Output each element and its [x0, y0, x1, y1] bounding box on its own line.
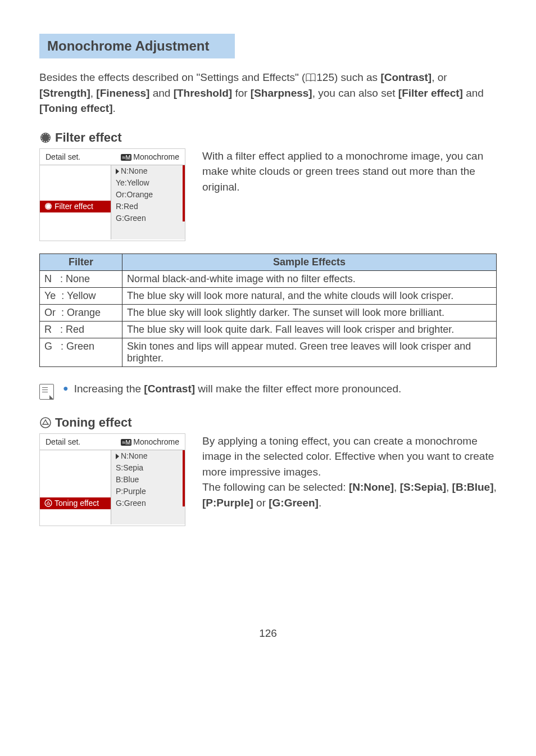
effect-cell: The blue sky will look quite dark. Fall … — [122, 321, 497, 338]
lcd-option: N:None — [111, 450, 185, 462]
text: and — [149, 87, 173, 99]
text: , or — [431, 71, 447, 83]
lcd-scrollbar — [183, 450, 185, 506]
bullet-icon: ● — [63, 383, 69, 393]
lcd-option: G:Green — [111, 212, 185, 224]
tip-note: ●Increasing the [Contrast] will make the… — [39, 383, 497, 400]
svg-point-5 — [45, 500, 52, 506]
filter-cell: Ye : Yellow — [40, 287, 122, 304]
text: , — [90, 87, 97, 99]
lcd-option: Ye:Yellow — [111, 177, 185, 189]
lcd-detail-set-label: Detail set. — [46, 437, 80, 446]
toning-effect-description: By applying a toning effect, you can cre… — [202, 433, 497, 511]
effect-cell: The blue sky will look slightly darker. … — [122, 304, 497, 321]
text: . — [113, 102, 116, 114]
lcd-detail-set-label: Detail set. — [46, 152, 80, 161]
table-row: Or : OrangeThe blue sky will look slight… — [40, 304, 497, 321]
selection-marker-icon — [116, 454, 119, 459]
book-icon — [305, 73, 316, 82]
intro-paragraph: Besides the effects described on "Settin… — [39, 70, 497, 116]
filter-effect-section: Filter effect Detail set. ≈MMonochrome F… — [39, 130, 497, 241]
toning-lcd-screenshot: Detail set. ≈MMonochrome Toning effect — [39, 433, 185, 526]
lcd-selected-row: Filter effect — [40, 201, 111, 212]
lcd-selected-label: Toning effect — [54, 497, 99, 509]
text: Besides the effects described on "Settin… — [39, 71, 305, 83]
filter-cell: Or : Orange — [40, 304, 122, 321]
text: [Threshold] — [174, 87, 233, 99]
lcd-option: Or:Orange — [111, 189, 185, 201]
table-row: Ye : YellowThe blue sky will look more n… — [40, 287, 497, 304]
svg-point-0 — [40, 133, 51, 143]
lcd-selected-row: Toning effect — [40, 497, 111, 509]
table-header-effects: Sample Effects — [122, 253, 497, 270]
text: [Fineness] — [96, 87, 149, 99]
table-row: N : NoneNormal black-and-white image wit… — [40, 270, 497, 287]
lcd-selected-label: Filter effect — [54, 201, 93, 212]
lcd-option: N:None — [111, 165, 185, 177]
text: [Strength] — [39, 87, 90, 99]
filter-lcd-screenshot: Detail set. ≈MMonochrome Filter effect — [39, 148, 185, 241]
text: [Sharpness] — [251, 87, 312, 99]
lcd-option: B:Blue — [111, 474, 185, 486]
toning-effect-section: Toning effect Detail set. ≈MMonochrome — [39, 415, 497, 526]
text: for — [232, 87, 251, 99]
effect-cell: Skin tones and lips will appear muted. G… — [122, 338, 497, 366]
manual-page: Monochrome Adjustment Besides the effect… — [0, 0, 536, 651]
filter-cell: N : None — [40, 270, 122, 287]
filter-effect-description: With a filter effect applied to a monoch… — [202, 148, 497, 195]
heading-text: Filter effect — [55, 130, 122, 145]
lcd-option: R:Red — [111, 201, 185, 212]
lcd-style-label: ≈MMonochrome — [121, 152, 179, 161]
text: 125 — [316, 71, 334, 83]
note-text: ●Increasing the [Contrast] will make the… — [63, 383, 497, 395]
table-row: G : GreenSkin tones and lips will appear… — [40, 338, 497, 366]
text: [Contrast] — [380, 71, 431, 83]
lcd-option: S:Sepia — [111, 462, 185, 474]
table-row: R : RedThe blue sky will look quite dark… — [40, 321, 497, 338]
filter-effect-row-icon — [44, 202, 52, 210]
text: [Toning effect] — [39, 102, 113, 114]
filter-effects-table: Filter Sample Effects N : NoneNormal bla… — [39, 253, 497, 367]
toning-effect-row-icon — [44, 499, 52, 507]
lcd-option: P:Purple — [111, 486, 185, 497]
lcd-style-label: ≈MMonochrome — [121, 437, 179, 446]
section-title: Monochrome Adjustment — [39, 34, 235, 58]
toning-effect-heading: Toning effect — [39, 415, 497, 430]
table-header-filter: Filter — [40, 253, 122, 270]
lcd-scrollbar — [183, 165, 185, 221]
note-page-icon — [39, 384, 54, 400]
effect-cell: Normal black-and-white image with no fil… — [122, 270, 497, 287]
text: and — [463, 87, 484, 99]
text: , you can also set — [312, 87, 398, 99]
toning-effect-icon — [39, 417, 52, 429]
filter-effect-icon — [39, 132, 52, 144]
lcd-option: G:Green — [111, 497, 185, 509]
filter-effect-heading: Filter effect — [39, 130, 497, 145]
heading-text: Toning effect — [55, 415, 131, 430]
filter-cell: R : Red — [40, 321, 122, 338]
text: [Filter effect] — [398, 87, 463, 99]
selection-marker-icon — [116, 169, 119, 174]
effect-cell: The blue sky will look more natural, and… — [122, 287, 497, 304]
text: ) such as — [334, 71, 380, 83]
page-number: 126 — [39, 627, 497, 640]
filter-cell: G : Green — [40, 338, 122, 366]
